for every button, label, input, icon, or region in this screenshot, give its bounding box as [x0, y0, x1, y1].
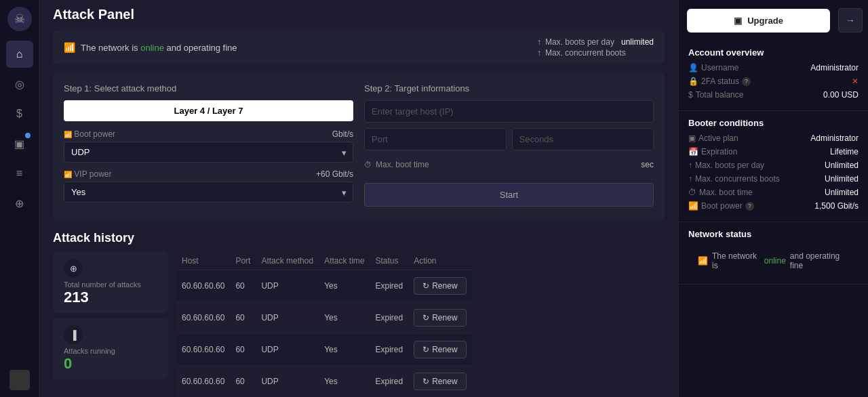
billing-icon: $ — [16, 108, 22, 120]
step2-box: Step 2: Target informations ⏱ Max. boot … — [364, 83, 654, 209]
boot-power-val: 1,500 Gbit/s — [814, 201, 859, 211]
port-input[interactable] — [364, 128, 507, 150]
boot-power-row: 📶 Boot power ? 1,500 Gbit/s — [688, 201, 859, 211]
sidebar-item-billing[interactable]: $ — [6, 100, 33, 127]
dashboard-icon: ◎ — [15, 78, 24, 91]
boot-power-question-icon[interactable]: ? — [745, 202, 754, 211]
table-row: 60.60.60.60 60 UDP Yes Expired ↻ Renew — [176, 366, 472, 398]
cell-status: Expired — [370, 302, 409, 334]
seconds-input[interactable] — [512, 128, 654, 150]
max-concurrent-value: Unlimited — [825, 174, 859, 184]
boot-power-label: Boot power — [74, 129, 115, 139]
expiration-value: Lifetime — [830, 147, 859, 156]
sidebar: ☠ ⌂ ◎ $ ▣ ≡ ⊕ — [0, 0, 39, 397]
step1-box: Step 1: Select attack method Layer 4 / L… — [64, 83, 353, 209]
history-table: Host Port Attack method Attack time Stat… — [176, 252, 472, 397]
cell-status: Expired — [370, 270, 409, 302]
cell-action: ↻ Renew — [408, 334, 471, 366]
username-row: 👤 Username Administrator — [688, 63, 859, 72]
user-icon: 👤 — [688, 63, 698, 72]
cell-action: ↻ Renew — [408, 270, 471, 302]
sidebar-item-home[interactable]: ⌂ — [6, 41, 33, 68]
2fa-row: 🔒 2FA status ? ✕ — [688, 77, 859, 86]
monitor-icon: ▣ — [734, 16, 742, 26]
target-host-input[interactable] — [364, 100, 654, 123]
booter-conditions-section: Booter conditions ▣ Active plan Administ… — [679, 111, 868, 222]
cell-status: Expired — [370, 366, 409, 398]
renew-button[interactable]: ↻ Renew — [414, 309, 466, 327]
renew-button[interactable]: ↻ Renew — [414, 373, 466, 390]
cell-time: Yes — [319, 366, 370, 398]
cell-method: UDP — [256, 270, 319, 302]
cell-host: 60.60.60.60 — [176, 366, 230, 398]
history-section: Attack history ⊕ Total number of attacks… — [53, 231, 665, 397]
2fa-value: ✕ — [852, 77, 859, 86]
power-icon: 📶 — [688, 201, 698, 211]
exit-button[interactable]: → — [838, 8, 863, 33]
running-icon: ▐ — [64, 325, 83, 344]
expiration-row: 📅 Expiration Lifetime — [688, 147, 859, 156]
active-plan-row: ▣ Active plan Administrator — [688, 133, 859, 143]
vip-select[interactable]: Yes No — [64, 182, 353, 203]
max-concurrent-row: ↑ Max. concurrents boots Unlimited — [688, 174, 859, 184]
plan-icon: ▣ — [688, 133, 696, 143]
right-panel: ▣ Upgrade → Account overview 👤 Username … — [678, 0, 868, 397]
total-icon: ⊕ — [64, 259, 83, 278]
col-port: Port — [230, 252, 256, 270]
renew-button[interactable]: ↻ Renew — [414, 277, 466, 295]
refresh-icon: ↻ — [422, 377, 429, 386]
username-value: Administrator — [810, 63, 859, 72]
sidebar-item-dashboard[interactable]: ◎ — [6, 70, 33, 98]
cell-action: ↻ Renew — [408, 302, 471, 334]
exit-icon: → — [846, 15, 855, 26]
refresh-icon: ↻ — [422, 345, 429, 354]
history-table-wrapper: Host Port Attack method Attack time Stat… — [176, 252, 472, 397]
cell-host: 60.60.60.60 — [176, 270, 230, 302]
cell-port: 60 — [230, 366, 256, 398]
main-content: ARDSTRESSER Attack Panel 📶 The network i… — [39, 0, 678, 397]
arrow-up-icon: ↑ — [537, 37, 541, 47]
cell-host: 60.60.60.60 — [176, 334, 230, 366]
2fa-question-icon[interactable]: ? — [742, 77, 751, 86]
account-overview-section: Account overview 👤 Username Administrato… — [679, 41, 868, 111]
max-boot-label: Max. boot time — [376, 160, 429, 169]
servers-badge — [25, 133, 31, 138]
timer-icon: ⏱ — [364, 161, 372, 169]
total-value: 213 — [64, 289, 157, 306]
online-right-label: online — [764, 256, 786, 266]
sidebar-item-discord[interactable]: ⊕ — [6, 190, 33, 217]
col-action: Action — [408, 252, 471, 270]
total-attacks-card: ⊕ Total number of attacks 213 — [53, 252, 168, 313]
avatar — [9, 370, 30, 390]
dollar-icon: $ — [688, 90, 693, 100]
max-boots-day-value: Unlimited — [825, 161, 859, 170]
online-label: online — [140, 43, 164, 53]
cell-time: Yes — [319, 302, 370, 334]
cell-port: 60 — [230, 270, 256, 302]
max-boots-value: unlimited — [621, 37, 654, 47]
udp-select[interactable]: UDP TCP HTTP — [64, 142, 353, 163]
sidebar-item-servers[interactable]: ▣ — [6, 130, 33, 157]
concurrent-icon: ↑ — [688, 174, 692, 184]
cell-time: Yes — [319, 334, 370, 366]
table-row: 60.60.60.60 60 UDP Yes Expired ↻ Renew — [176, 270, 472, 302]
balance-row: $ Total balance 0.00 USD — [688, 90, 859, 100]
udp-select-wrapper: UDP TCP HTTP ▾ — [64, 142, 353, 163]
history-title: Attack history — [53, 231, 665, 245]
max-boot-time-value: Unlimited — [825, 188, 859, 197]
method-button[interactable]: Layer 4 / Layer 7 — [64, 100, 353, 121]
start-button[interactable]: Start — [364, 183, 654, 207]
sidebar-logo: ☠ — [7, 7, 32, 31]
cell-action: ↻ Renew — [408, 366, 471, 398]
booter-conditions-title: Booter conditions — [688, 118, 859, 128]
servers-icon: ▣ — [14, 138, 24, 150]
wifi-sm-icon2: 📶 — [64, 171, 72, 178]
vip-power-value: +60 Gbit/s — [316, 169, 353, 179]
cell-method: UDP — [256, 366, 319, 398]
max-concurrent-label: Max. concurrent boots — [545, 48, 626, 58]
active-plan-value: Administrator — [810, 133, 859, 143]
upgrade-button[interactable]: ▣ Upgrade — [687, 9, 830, 33]
renew-button[interactable]: ↻ Renew — [414, 341, 466, 358]
sidebar-item-history[interactable]: ≡ — [6, 160, 33, 187]
max-boots-label: Max. boots per day — [545, 37, 614, 47]
